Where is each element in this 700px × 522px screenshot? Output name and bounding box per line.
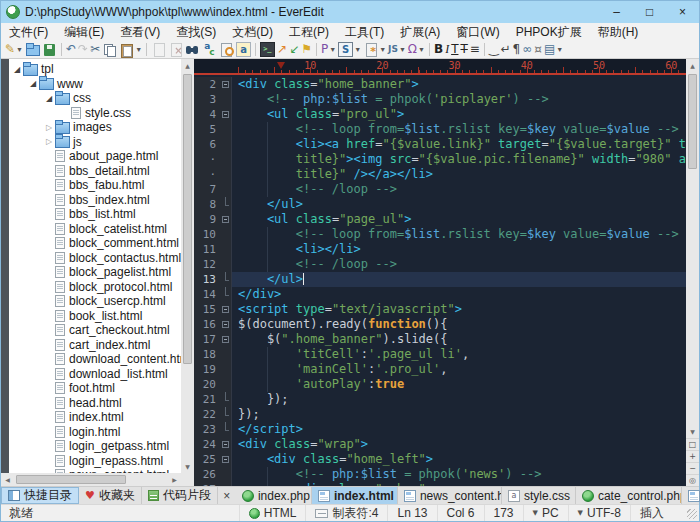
fold-marker[interactable]	[220, 272, 232, 287]
tree-item-bbs_fabu.html[interactable]: bbs_fabu.html	[9, 178, 181, 193]
tree-item-index.html[interactable]: index.html	[9, 410, 181, 425]
tree-item-login_getpass.html[interactable]: login_getpass.html	[9, 439, 181, 454]
symbols-icon[interactable]: Ω▼	[407, 41, 426, 58]
copy-icon[interactable]	[101, 41, 118, 58]
dropdown-arrow-icon[interactable]: ▼	[556, 46, 563, 53]
tree-item-cart_checkout.html[interactable]: cart_checkout.html	[9, 323, 181, 338]
menu-tools[interactable]: 工具(T)	[337, 23, 392, 41]
fold-marker[interactable]	[220, 392, 232, 407]
cut-icon[interactable]: ✂	[89, 41, 101, 58]
justify-icon[interactable]: ≡	[469, 41, 481, 58]
scroll-up-icon[interactable]: ▲	[181, 59, 194, 72]
tree-horizontal-scrollbar[interactable]: ◀ ▶	[1, 473, 181, 486]
fold-collapse-icon[interactable]	[222, 216, 229, 223]
code-line-15[interactable]: 15<script type="text/javascript">	[194, 302, 686, 317]
new-file-icon[interactable]: ✎▼	[4, 41, 24, 58]
hyperlink-icon[interactable]: ∞	[521, 41, 533, 58]
code-line-19[interactable]: 19'mainCell':'.pro_ul',	[194, 362, 686, 377]
paste-icon[interactable]: ▼	[118, 41, 143, 58]
panel-close-icon[interactable]: ×	[218, 487, 236, 504]
show-paragraph-icon[interactable]: ¶	[512, 41, 522, 58]
fold-marker[interactable]	[220, 452, 232, 467]
fold-marker[interactable]	[220, 422, 232, 437]
fold-marker[interactable]	[220, 482, 232, 486]
doc-tab-cat[interactable]: cat	[682, 487, 700, 504]
undo-icon[interactable]: ↶	[65, 41, 77, 58]
zoom-in-icon[interactable]: +	[686, 450, 699, 462]
special-chars-icon[interactable]: ¤	[533, 41, 543, 58]
menu-file[interactable]: 文件(F)	[1, 23, 56, 41]
doc-tab-index.php[interactable]: index.php	[236, 487, 312, 504]
tree-item-login_repass.html[interactable]: login_repass.html	[9, 454, 181, 469]
fold-marker[interactable]	[220, 107, 232, 122]
panel-tab-favorites[interactable]: ♥收藏夹	[79, 487, 142, 504]
menu-extensions[interactable]: 扩展(A)	[392, 23, 448, 41]
code-line-13[interactable]: 13</ul>	[194, 272, 686, 287]
find-icon[interactable]	[184, 41, 201, 58]
snippet-icon[interactable]: ▼	[337, 41, 362, 58]
menu-window[interactable]: 窗口(W)	[448, 23, 507, 41]
code-line-25[interactable]: 25<div class="home_left">	[194, 452, 686, 467]
fold-collapse-icon[interactable]	[222, 81, 229, 88]
dropdown-arrow-icon[interactable]: ▼	[533, 509, 538, 517]
open-file-icon[interactable]	[24, 41, 41, 58]
maximize-button[interactable]: □	[633, 1, 666, 23]
tree-item-foot.html[interactable]: foot.html	[9, 381, 181, 396]
fold-collapse-icon[interactable]	[222, 306, 229, 313]
dropdown-arrow-icon[interactable]: ▼	[399, 46, 406, 53]
scroll-left-icon[interactable]: ◀	[1, 473, 14, 486]
fold-collapse-icon[interactable]	[222, 336, 229, 343]
fold-collapse-icon[interactable]	[222, 456, 229, 463]
menu-phpok[interactable]: PHPOK扩展	[508, 23, 590, 41]
split-view-icon[interactable]: □	[686, 438, 699, 450]
menu-project[interactable]: 工程(P)	[281, 23, 337, 41]
status-insert-mode[interactable]: 插入	[630, 505, 673, 521]
code-line-22[interactable]: 22});	[194, 407, 686, 422]
code-line-27[interactable]: 27<div class="m_box">	[194, 482, 686, 486]
dropdown-arrow-icon[interactable]: ▼	[379, 46, 386, 53]
tree-scroll-thumb[interactable]	[183, 74, 192, 364]
code-line-9[interactable]: 9<ul class="page_ul">	[194, 212, 686, 227]
code-line-21[interactable]: 21});	[194, 392, 686, 407]
menu-edit[interactable]: 编辑(E)	[56, 23, 112, 41]
expanded-arrow-icon[interactable]: ◢	[11, 65, 23, 74]
editor-vertical-scrollbar[interactable]: ▲ ▼ □ + − ◎	[686, 59, 699, 486]
expanded-arrow-icon[interactable]: ◢	[43, 94, 55, 103]
tree-item-style.css[interactable]: style.css	[9, 106, 181, 121]
fold-marker[interactable]	[220, 287, 232, 302]
expanded-arrow-icon[interactable]: ◢	[27, 79, 39, 88]
tree-item-cart_index.html[interactable]: cart_index.html	[9, 338, 181, 353]
tree-item-bbs_list.html[interactable]: bbs_list.html	[9, 207, 181, 222]
code-line-23[interactable]: 23</script>	[194, 422, 686, 437]
editor-scroll-up-icon[interactable]: ▲	[686, 59, 699, 72]
fold-collapse-icon[interactable]	[222, 321, 229, 328]
code-line-20[interactable]: 20'autoPlay':true	[194, 377, 686, 392]
fold-marker[interactable]	[220, 437, 232, 452]
locate-icon[interactable]: ◎	[686, 474, 699, 486]
code-line-7[interactable]: 7<!-- /loop -->	[194, 182, 686, 197]
panel-tab-quick-directory[interactable]: 快捷目录	[1, 487, 79, 504]
tree-item-download_content.html[interactable]: download_content.html	[9, 352, 181, 367]
code-line-10[interactable]: 10<!-- loop from=$list.rslist key=$key v…	[194, 227, 686, 242]
doc-tab-index.html[interactable]: index.html	[312, 487, 398, 504]
fold-marker[interactable]	[220, 197, 232, 212]
fold-marker[interactable]	[220, 77, 232, 92]
tree-item-images[interactable]: ▷images	[9, 120, 181, 135]
code-line-14[interactable]: 14</div>	[194, 287, 686, 302]
save-file-icon[interactable]	[41, 41, 58, 58]
code-line-24[interactable]: 24<div class="wrap">	[194, 437, 686, 452]
collapsed-arrow-icon[interactable]: ▷	[43, 123, 55, 132]
nav-back-icon[interactable]: ↙	[288, 41, 300, 58]
resize-grip-icon[interactable]	[687, 509, 697, 519]
minimize-button[interactable]: –	[600, 1, 633, 23]
status-line-ending[interactable]: ▼PC	[523, 505, 568, 521]
fold-marker[interactable]	[220, 302, 232, 317]
fold-marker[interactable]	[220, 407, 232, 422]
bookmark-icon[interactable]: ⚑	[300, 41, 313, 58]
tree-item-bbs_detail.html[interactable]: bbs_detail.html	[9, 164, 181, 179]
code-line-·[interactable]: ·title}"><img src="{$value.pic.filename}…	[194, 152, 686, 167]
tree-item-block_protocol.html[interactable]: block_protocol.html	[9, 280, 181, 295]
list-tools-icon[interactable]: ▤▼	[543, 41, 564, 58]
code-line-2[interactable]: 2<div class="home_banner">	[194, 77, 686, 92]
js-tools-icon[interactable]: JS▼	[387, 41, 407, 58]
